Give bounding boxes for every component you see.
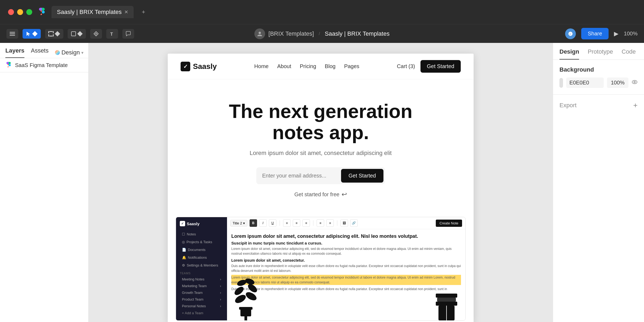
background-section: Background (553, 60, 644, 95)
hex-color-input[interactable] (566, 77, 604, 88)
sidebar-item-notes[interactable]: ☐ Notes (180, 231, 223, 238)
pen-tool-button[interactable] (90, 29, 102, 39)
image-button[interactable]: 🖼 (341, 219, 348, 227)
layer-item-saas[interactable]: SaaS Figma Template (0, 58, 88, 72)
svg-rect-6 (48, 34, 49, 36)
list-button[interactable]: ≡ (317, 219, 324, 227)
artboard: ✓ Saasly Home About Pricing Blog Pages C… (168, 54, 474, 322)
figma-logo-icon (38, 8, 46, 16)
svg-point-33 (634, 81, 635, 83)
docs-icon: 📄 (182, 248, 186, 252)
note-body: Lorem ipsum dolor sit amet, consectetur … (227, 229, 465, 297)
nav-pages[interactable]: Pages (344, 63, 359, 69)
shape-tool-button[interactable] (68, 29, 86, 39)
close-button[interactable] (8, 9, 14, 15)
title-style-label: Title 2 (233, 221, 242, 225)
svg-rect-9 (49, 31, 53, 32)
underline-button[interactable]: U (269, 219, 276, 227)
hero-cta-button[interactable]: Get Started (341, 169, 383, 183)
opacity-input[interactable] (607, 77, 628, 88)
app-sidebar-check-icon: ✓ (180, 221, 185, 226)
share-button[interactable]: Share (581, 28, 608, 39)
sidebar-item-notifications[interactable]: 🔔 Notifications (180, 254, 223, 261)
sidebar-item-settings[interactable]: ⚙ Settings & Members (180, 262, 223, 269)
toolbar-center: [BRIX Templates] / Saasly | BRIX Templat… (164, 28, 480, 39)
play-button[interactable]: ▶ (614, 30, 619, 37)
sidebar-item-projects[interactable]: ◎ Projects & Tasks (180, 238, 223, 246)
menu-button[interactable] (6, 29, 18, 39)
site-logo-text: Saasly (193, 62, 217, 71)
right-tab-code[interactable]: Code (622, 48, 636, 60)
tab-layers[interactable]: Layers (5, 47, 24, 58)
main-layout: Layers Assets Design ▾ SaaS Figma Templa… (0, 43, 644, 322)
canvas-area[interactable]: ✓ Saasly Home About Pricing Blog Pages C… (89, 43, 553, 322)
arrow-curve-icon: ↩ (342, 191, 347, 198)
right-tab-design[interactable]: Design (559, 48, 579, 60)
tab-assets[interactable]: Assets (31, 47, 49, 58)
team-meeting-notes[interactable]: Meeting Notes› (180, 276, 223, 283)
title-style-select[interactable]: Title 2 ▾ (230, 220, 247, 227)
tab-design[interactable]: Design ▾ (55, 47, 83, 58)
text-tool-button[interactable]: T (106, 29, 118, 39)
nav-about[interactable]: About (277, 63, 291, 69)
hero-cta-form: Get Started (256, 167, 385, 184)
svg-rect-3 (10, 35, 15, 36)
move-tool-button[interactable] (23, 29, 41, 39)
projects-icon: ◎ (182, 240, 185, 244)
bold-button[interactable]: B (250, 219, 257, 227)
tab-close-icon[interactable]: ✕ (124, 9, 128, 15)
right-panel: Design Prototype Code Background Export … (553, 43, 644, 322)
zoom-level[interactable]: 100% (624, 31, 638, 37)
breadcrumb-separator: / (319, 31, 320, 36)
color-swatch[interactable] (559, 78, 563, 88)
comment-tool-button[interactable] (122, 29, 134, 39)
align-left-button[interactable]: ≡ (283, 219, 291, 227)
svg-rect-5 (48, 31, 49, 33)
add-team-button[interactable]: + Add a Team (180, 309, 223, 317)
team-personal[interactable]: Personal Notes› (180, 303, 223, 309)
visibility-toggle-icon[interactable] (632, 79, 638, 87)
export-add-button[interactable]: + (633, 101, 638, 110)
align-center-button[interactable]: ≡ (293, 219, 300, 227)
team-product[interactable]: Product Team› (180, 296, 223, 303)
toolbar-divider-1 (280, 220, 280, 226)
svg-marker-4 (27, 32, 30, 36)
svg-point-17 (9, 64, 11, 66)
italic-button[interactable]: I (259, 219, 267, 227)
right-tab-prototype[interactable]: Prototype (588, 48, 613, 60)
teams-section-label: TEAMS (180, 272, 223, 275)
nav-blog[interactable]: Blog (325, 63, 335, 69)
link-button[interactable]: 🔗 (350, 219, 358, 227)
new-tab-button[interactable]: + (142, 9, 145, 16)
align-right-button[interactable]: ≡ (302, 219, 310, 227)
ordered-list-button[interactable]: ≡ (326, 219, 334, 227)
fullscreen-button[interactable] (26, 9, 32, 15)
site-logo-check-icon: ✓ (181, 62, 190, 71)
toolbar-right: A Share ▶ 100% (480, 28, 638, 39)
breadcrumb-page[interactable]: Saasly | BRIX Templates (325, 30, 389, 37)
svg-rect-26 (239, 307, 253, 310)
nav-home[interactable]: Home (254, 63, 269, 69)
design-badge-icon (55, 50, 60, 55)
create-note-button[interactable]: Create Note (436, 220, 462, 227)
books-decoration (433, 288, 460, 320)
svg-rect-1 (10, 32, 15, 33)
team-growth[interactable]: Growth Team› (180, 289, 223, 296)
user-profile-icon[interactable] (254, 28, 265, 39)
team-marketing[interactable]: Marketing Team› (180, 283, 223, 289)
browser-tab[interactable]: Saasly | BRIX Templates ✕ (52, 6, 134, 18)
svg-rect-28 (437, 298, 456, 302)
design-badge-label: Design (61, 49, 80, 56)
nav-get-started-button[interactable]: Get Started (420, 60, 461, 73)
note-para-1: Lorem ipsum dolor sit amet, consectetur … (231, 246, 461, 256)
email-input[interactable] (258, 169, 341, 183)
breadcrumb-org: [BRIX Templates] (268, 30, 314, 37)
frame-tool-button[interactable] (45, 29, 63, 39)
nav-pricing[interactable]: Pricing (300, 63, 316, 69)
cart-link[interactable]: Cart (3) (397, 63, 415, 69)
user-avatar[interactable]: A (565, 28, 576, 39)
sidebar-item-docs[interactable]: 📄 Documents (180, 246, 223, 253)
svg-rect-27 (436, 294, 457, 298)
hero-subtitle: Lorem ipsum dolor sit amet, consectetur … (181, 150, 461, 157)
minimize-button[interactable] (17, 9, 23, 15)
